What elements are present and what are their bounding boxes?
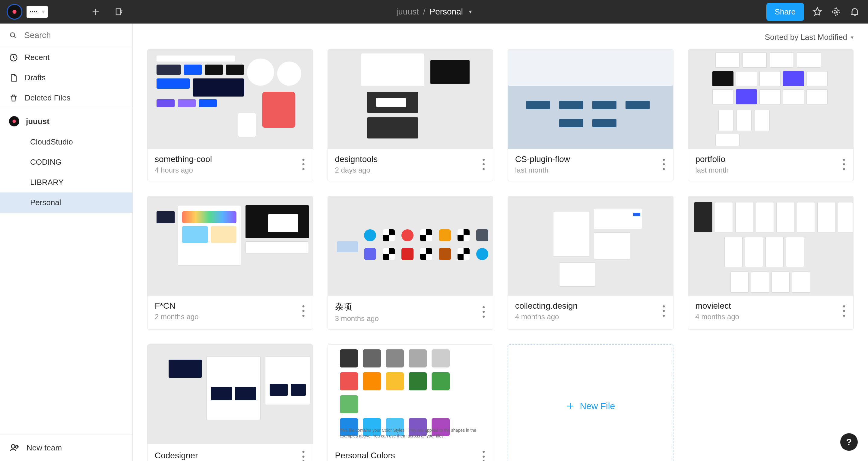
sidebar-item-label: Deleted Files — [25, 93, 70, 102]
file-menu-button[interactable]: ••• — [482, 157, 486, 172]
file-meta: Codesigner ••• — [148, 444, 313, 461]
new-file-tile[interactable]: New File — [507, 344, 674, 461]
file-card[interactable]: 杂项 3 months ago ••• — [328, 196, 493, 330]
file-meta: 杂项 3 months ago ••• — [328, 296, 493, 330]
file-meta: something-cool 4 hours ago ••• — [148, 149, 313, 181]
file-meta: CS-plugin-flow last month ••• — [508, 149, 673, 181]
breadcrumb-separator: / — [423, 7, 426, 17]
file-menu-button[interactable]: ••• — [302, 157, 305, 172]
star-icon[interactable] — [812, 6, 823, 17]
topbar: ···· ▾ juuust / Personal ▾ Share — [0, 0, 868, 24]
file-menu-button[interactable]: ••• — [482, 450, 486, 461]
new-team-label: New team — [27, 443, 62, 453]
bell-icon[interactable] — [849, 6, 860, 17]
file-thumbnail — [148, 50, 313, 149]
file-thumbnail — [328, 50, 493, 149]
sidebar-item-cloudstudio[interactable]: CloudStudio — [0, 132, 132, 152]
sidebar-item-label: CODING — [30, 157, 62, 167]
share-button[interactable]: Share — [766, 3, 804, 21]
topbar-left-cluster: ···· ▾ — [0, 0, 131, 24]
file-card[interactable]: This file contains your Color Styles. Th… — [328, 344, 493, 461]
shell: Recent Drafts Deleted Files juuust Cloud… — [0, 24, 868, 461]
file-menu-button[interactable]: ••• — [482, 305, 486, 319]
plus-icon — [566, 402, 575, 410]
file-title: portfolio — [695, 154, 729, 164]
file-card[interactable]: movielect 4 months ago ••• — [688, 196, 854, 330]
file-thumbnail — [508, 196, 673, 296]
file-thumbnail — [148, 196, 313, 296]
breadcrumb: juuust / Personal ▾ — [396, 7, 472, 17]
file-meta: portfolio last month ••• — [688, 149, 854, 181]
file-title: Personal Colors — [335, 451, 395, 460]
file-menu-button[interactable]: ••• — [662, 304, 665, 318]
file-meta: collecting.design 4 months ago ••• — [508, 296, 673, 328]
sidebar-item-label: Drafts — [25, 73, 45, 82]
file-menu-button[interactable]: ••• — [843, 304, 846, 318]
file-meta: movielect 4 months ago ••• — [688, 296, 854, 328]
new-file-label: New File — [580, 401, 615, 411]
sidebar-item-label: LIBRARY — [30, 178, 64, 187]
file-menu-button[interactable]: ••• — [843, 157, 846, 172]
file-title: movielect — [695, 301, 739, 311]
file-title: Codesigner — [155, 451, 198, 460]
file-card[interactable]: collecting.design 4 months ago ••• — [507, 196, 674, 330]
file-timestamp: last month — [515, 166, 570, 174]
chevron-down-icon[interactable]: ▾ — [469, 8, 472, 15]
file-title: designtools — [335, 154, 378, 164]
new-team-button[interactable]: New team — [0, 434, 132, 461]
sidebar-item-label: Recent — [25, 53, 50, 62]
file-title: collecting.design — [515, 301, 578, 311]
file-menu-button[interactable]: ••• — [662, 157, 665, 172]
chevron-down-icon: ▾ — [851, 34, 854, 41]
search-input[interactable] — [24, 30, 123, 40]
svg-point-0 — [10, 33, 14, 37]
file-timestamp: last month — [695, 166, 729, 174]
clock-icon — [9, 53, 18, 62]
file-card[interactable]: Codesigner ••• — [147, 344, 313, 461]
sort-label: Sorted by Last Modified — [765, 33, 847, 42]
file-card[interactable]: F*CN 2 months ago ••• — [147, 196, 313, 330]
sidebar-team-header[interactable]: juuust — [0, 108, 132, 132]
sort-control[interactable]: Sorted by Last Modified ▾ — [133, 24, 868, 45]
file-icon — [9, 73, 18, 82]
main: Sorted by Last Modified ▾ — [133, 24, 868, 461]
file-card[interactable]: portfolio last month ••• — [688, 49, 854, 181]
breadcrumb-project[interactable]: Personal — [430, 7, 463, 17]
plus-icon — [91, 7, 100, 16]
file-card[interactable]: something-cool 4 hours ago ••• — [147, 49, 313, 181]
file-card[interactable]: CS-plugin-flow last month ••• — [507, 49, 674, 181]
import-button[interactable] — [107, 0, 131, 24]
file-card[interactable]: designtools 2 days ago ••• — [328, 49, 493, 181]
file-thumbnail — [688, 196, 854, 296]
sidebar-item-drafts[interactable]: Drafts — [0, 68, 132, 88]
file-menu-button[interactable]: ••• — [302, 450, 305, 461]
new-file-button[interactable] — [84, 0, 107, 24]
file-timestamp: 2 days ago — [335, 166, 378, 174]
sidebar-item-label: Personal — [30, 198, 61, 207]
sidebar-item-library[interactable]: LIBRARY — [0, 172, 132, 192]
help-label: ? — [846, 437, 852, 447]
topbar-right-cluster: Share — [766, 3, 868, 21]
file-meta: designtools 2 days ago ••• — [328, 149, 493, 181]
file-meta: Personal Colors ••• — [328, 444, 493, 461]
file-title: CS-plugin-flow — [515, 154, 570, 164]
sidebar-item-deleted[interactable]: Deleted Files — [0, 88, 132, 108]
component-icon[interactable] — [831, 6, 841, 17]
workspace-switcher[interactable]: ···· ▾ — [27, 6, 48, 18]
sidebar-item-personal[interactable]: Personal — [0, 192, 132, 213]
workspace-avatar[interactable] — [7, 4, 22, 20]
file-timestamp: 3 months ago — [335, 314, 379, 323]
import-icon — [115, 7, 124, 16]
file-timestamp: 2 months ago — [155, 313, 198, 321]
sidebar-item-coding[interactable]: CODING — [0, 152, 132, 172]
sidebar: Recent Drafts Deleted Files juuust Cloud… — [0, 24, 133, 461]
help-button[interactable]: ? — [840, 433, 858, 451]
new-team-icon — [9, 442, 20, 453]
breadcrumb-team[interactable]: juuust — [396, 7, 419, 17]
search-row[interactable] — [0, 24, 132, 47]
file-title: 杂项 — [335, 301, 379, 313]
file-menu-button[interactable]: ••• — [302, 304, 305, 318]
svg-point-2 — [11, 445, 15, 448]
file-thumbnail — [328, 196, 493, 296]
sidebar-item-recent[interactable]: Recent — [0, 48, 132, 68]
